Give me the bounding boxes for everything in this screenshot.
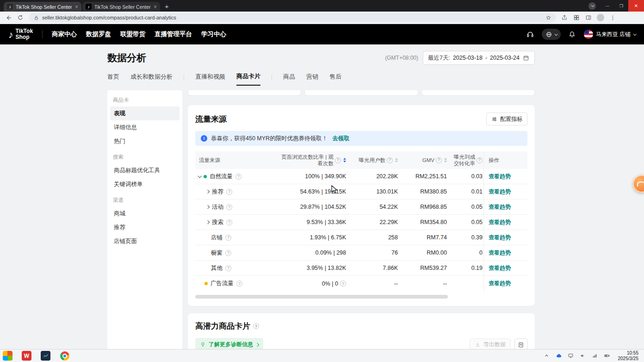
configure-metrics-button[interactable]: 配置指标: [486, 112, 527, 125]
share-icon[interactable]: [561, 14, 568, 21]
users-cell: 22.29K: [347, 215, 399, 230]
tab-products[interactable]: 商品: [283, 73, 295, 85]
view-trend-link[interactable]: 查看趋势: [489, 234, 511, 242]
nav-item-seller-center[interactable]: 商家中心: [52, 30, 77, 38]
nav-item-live-platform[interactable]: 直播管理平台: [155, 30, 192, 38]
expand-chevron-icon[interactable]: [206, 220, 210, 224]
view-toggle-button[interactable]: [514, 338, 527, 350]
network-icon[interactable]: [591, 352, 599, 360]
start-app-icon[interactable]: [3, 351, 12, 361]
info-icon[interactable]: [335, 157, 341, 163]
info-icon[interactable]: [387, 157, 393, 163]
view-trend-link[interactable]: 查看趋势: [489, 203, 511, 211]
info-icon[interactable]: [235, 174, 242, 180]
sidebar-item-title-optimizer[interactable]: 商品标题优化工具: [110, 163, 180, 177]
info-icon[interactable]: [226, 204, 232, 210]
column-header-metric[interactable]: 页面浏览次数比率 | 观看次数: [265, 152, 347, 169]
column-header-users[interactable]: 曝光用户数: [347, 156, 399, 165]
bookmark-star-icon[interactable]: [545, 15, 551, 21]
nav-item-affiliate[interactable]: 联盟带货: [120, 30, 145, 38]
nav-item-learning-center[interactable]: 学习中心: [201, 30, 226, 38]
browser-avatar[interactable]: [597, 14, 604, 21]
view-trend-link[interactable]: 查看趋势: [489, 218, 511, 226]
column-header-gmv[interactable]: GMV: [399, 156, 448, 165]
view-trend-link[interactable]: 查看趋势: [489, 280, 511, 287]
horizontal-scrollbar[interactable]: [195, 295, 527, 299]
sort-icon[interactable]: [444, 158, 447, 162]
browser-tab-1[interactable]: TikTok Shop Seller Center | Cr: [4, 2, 81, 12]
info-icon[interactable]: [477, 157, 483, 163]
sort-icon[interactable]: [395, 158, 398, 162]
tab-product-card[interactable]: 商品卡片: [236, 72, 260, 86]
view-trend-link[interactable]: 查看趋势: [489, 188, 511, 196]
view-trend-link[interactable]: 查看趋势: [489, 249, 511, 257]
tab-close-icon[interactable]: [154, 4, 157, 10]
view-trend-link[interactable]: 查看趋势: [489, 173, 511, 181]
chrome-app-icon[interactable]: [60, 351, 69, 361]
nav-item-data-compass[interactable]: 数据罗盘: [86, 30, 111, 38]
sort-icon[interactable]: [343, 158, 346, 162]
expand-chevron-icon[interactable]: [206, 190, 210, 193]
language-selector[interactable]: [542, 29, 561, 40]
sidebar-item-performance[interactable]: 表现: [110, 106, 180, 120]
tab-growth-analytics[interactable]: 成长和数据分析: [130, 73, 173, 85]
cvr-cell: 0.05: [448, 200, 483, 214]
notifications-bell-icon[interactable]: [568, 30, 576, 38]
sidebar-item-details[interactable]: 详细信息: [110, 120, 180, 134]
info-icon[interactable]: [225, 250, 231, 256]
info-icon[interactable]: [225, 265, 231, 271]
expand-chevron-icon[interactable]: [206, 205, 210, 209]
refresh-icon[interactable]: [17, 14, 24, 21]
info-icon[interactable]: [236, 281, 242, 287]
sidebar-item-recommend[interactable]: 推荐: [110, 220, 180, 234]
tab-close-icon[interactable]: [75, 4, 78, 10]
volume-icon[interactable]: [579, 352, 587, 360]
info-icon[interactable]: [253, 323, 259, 329]
tiktok-shop-logo[interactable]: TikTokShop: [8, 28, 33, 40]
info-icon[interactable]: [225, 235, 231, 241]
gmv-cell: RM2,251.51: [399, 169, 448, 184]
back-icon[interactable]: [5, 14, 12, 21]
battery-icon[interactable]: [603, 352, 611, 360]
tab-aftersales[interactable]: 售后: [329, 73, 341, 85]
collapse-chevron-icon[interactable]: [198, 174, 201, 178]
sidebar-item-shop-page[interactable]: 店铺页面: [110, 234, 180, 248]
sidebar-item-trending[interactable]: 热门: [110, 134, 180, 148]
sidebar-item-mall[interactable]: 商城: [110, 206, 180, 220]
view-trend-link[interactable]: 查看趋势: [489, 264, 511, 272]
wps-app-icon[interactable]: [22, 351, 31, 361]
window-close-button[interactable]: [628, 0, 644, 12]
analytics-app-icon[interactable]: [41, 351, 50, 361]
taskbar-clock[interactable]: 10:55 2025/3/25: [615, 350, 642, 362]
side-panel-icon[interactable]: [585, 14, 592, 21]
tab-live-video[interactable]: 直播和视频: [195, 73, 225, 85]
info-icon[interactable]: [340, 281, 346, 287]
extensions-icon[interactable]: [573, 14, 580, 21]
tab-home[interactable]: 首页: [107, 73, 119, 85]
claim-coupon-link[interactable]: 去领取: [332, 135, 350, 143]
cloud-sync-icon[interactable]: [555, 352, 563, 360]
address-bar[interactable]: seller.tiktokglobalshop.com/compass/prod…: [29, 13, 556, 22]
export-data-button[interactable]: 导出数据: [470, 338, 511, 350]
gmv-cell: RM354.80: [399, 215, 448, 230]
date-range-picker[interactable]: 最近7天: 2025-03-18 - 2025-03-24: [423, 51, 535, 65]
browser-tab-2[interactable]: TikTok Shop Seller Center | Cr: [82, 2, 160, 12]
cvr-cell: 0.03: [448, 169, 483, 184]
info-icon[interactable]: [436, 157, 442, 163]
headset-support-icon[interactable]: [526, 30, 534, 38]
tray-chevron-up-icon[interactable]: [543, 352, 551, 360]
info-icon[interactable]: [226, 219, 232, 225]
window-maximize-button[interactable]: [614, 0, 628, 12]
monitor-icon[interactable]: [567, 352, 575, 360]
new-tab-button[interactable]: [165, 2, 169, 10]
scrollbar-thumb[interactable]: [195, 295, 448, 299]
sidebar-item-keyword-ranking[interactable]: 关键词榜单: [110, 177, 180, 191]
account-menu[interactable]: 马来西亚 店铺: [584, 30, 636, 39]
browser-profile-icon[interactable]: [588, 2, 596, 10]
info-icon[interactable]: [226, 189, 232, 195]
window-minimize-button[interactable]: [601, 0, 614, 12]
diagnosis-link[interactable]: 了解更多诊断信息: [195, 338, 263, 349]
column-header-cvr[interactable]: 曝光到成交转化率: [448, 152, 483, 169]
menu-kebab-icon[interactable]: [609, 14, 616, 21]
tab-marketing[interactable]: 营销: [306, 73, 318, 85]
